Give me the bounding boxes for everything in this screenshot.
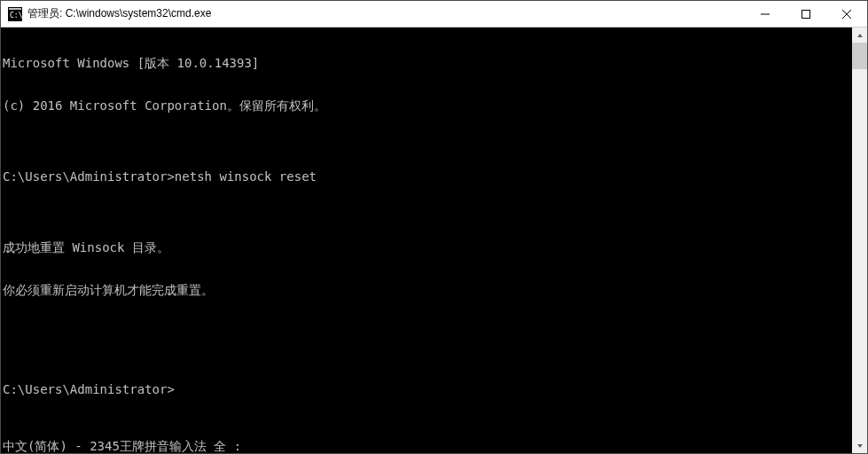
terminal-line: C:\Users\Administrator>netsh winsock res… — [3, 169, 852, 184]
terminal-line: Microsoft Windows [版本 10.0.14393] — [3, 56, 852, 70]
vertical-scrollbar[interactable] — [852, 27, 867, 453]
minimize-button[interactable] — [745, 1, 786, 27]
terminal-prompt: C:\Users\Administrator> — [3, 382, 852, 396]
client-area: Microsoft Windows [版本 10.0.14393] (c) 20… — [1, 27, 867, 453]
svg-marker-8 — [857, 444, 863, 448]
terminal-line: 成功地重置 Winsock 目录。 — [3, 240, 852, 254]
scroll-up-button[interactable] — [852, 27, 867, 43]
cmd-window: C:\ 管理员: C:\windows\system32\cmd.exe Mic… — [0, 0, 868, 454]
scroll-down-button[interactable] — [852, 438, 867, 453]
scroll-thumb[interactable] — [852, 43, 867, 69]
maximize-button[interactable] — [786, 1, 826, 27]
window-controls — [745, 1, 867, 27]
terminal-line: 你必须重新启动计算机才能完成重置。 — [3, 283, 852, 297]
svg-text:C:\: C:\ — [10, 12, 22, 20]
window-title: 管理员: C:\windows\system32\cmd.exe — [27, 6, 745, 21]
ime-status-line: 中文(简体) - 2345王牌拼音输入法 全 : — [3, 439, 241, 453]
titlebar[interactable]: C:\ 管理员: C:\windows\system32\cmd.exe — [1, 1, 867, 27]
terminal-output[interactable]: Microsoft Windows [版本 10.0.14393] (c) 20… — [1, 27, 852, 453]
svg-rect-4 — [802, 10, 810, 18]
cmd-icon: C:\ — [8, 7, 22, 21]
terminal-line: (c) 2016 Microsoft Corporation。保留所有权利。 — [3, 98, 852, 113]
close-button[interactable] — [826, 1, 867, 27]
svg-marker-7 — [857, 34, 863, 37]
scroll-track[interactable] — [852, 43, 867, 438]
svg-rect-1 — [9, 8, 21, 10]
